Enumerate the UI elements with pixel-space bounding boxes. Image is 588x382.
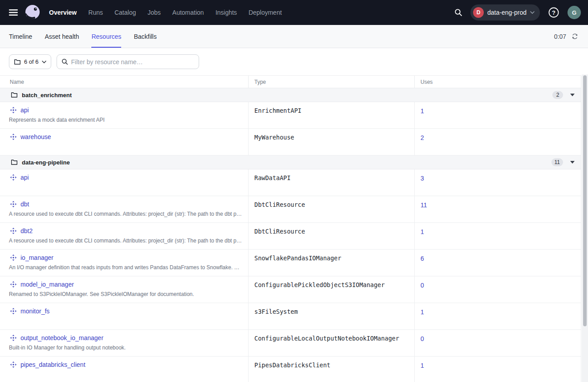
resource-icon xyxy=(10,361,17,368)
user-avatar[interactable]: G xyxy=(568,6,581,19)
resource-search-input[interactable] xyxy=(71,58,194,66)
dagster-octopus-icon xyxy=(24,4,41,21)
refresh-countdown: 0:07 xyxy=(554,33,566,40)
table-header: Name Type Uses xyxy=(0,75,581,88)
resource-name-cell: api xyxy=(0,169,248,196)
group-row[interactable]: batch_enrichment 2 xyxy=(0,88,581,102)
resource-row: io_manager An I/O manager definition tha… xyxy=(0,250,581,276)
resource-uses-link[interactable]: 11 xyxy=(421,201,427,209)
resource-name-cell: model_io_manager Renamed to S3PickleIOMa… xyxy=(0,276,248,303)
resource-description: A resource used to execute dbt CLI comma… xyxy=(0,234,248,244)
resource-name-link[interactable]: model_io_manager xyxy=(20,281,74,288)
nav-runs[interactable]: Runs xyxy=(88,9,103,16)
resource-type: DbtCliResource xyxy=(248,223,414,249)
resource-description: Renamed to S3PickleIOManager. See S3Pick… xyxy=(0,288,248,297)
nav-insights[interactable]: Insights xyxy=(216,9,237,16)
resource-name-link[interactable]: io_manager xyxy=(20,254,53,261)
deployment-initial-badge: D xyxy=(473,7,484,18)
resource-row: api RawDataAPI 3 xyxy=(0,169,581,196)
resource-uses-link[interactable]: 3 xyxy=(421,175,424,182)
refresh-icon xyxy=(572,33,578,40)
resource-name-cell: api Represents a mock data enrichment AP… xyxy=(0,102,248,128)
resource-uses-cell: 1 xyxy=(414,102,581,128)
resource-row: model_io_manager Renamed to S3PickleIOMa… xyxy=(0,276,581,303)
nav-jobs[interactable]: Jobs xyxy=(147,9,161,16)
resource-type: EnrichmentAPI xyxy=(248,102,414,128)
resource-uses-cell: 0 xyxy=(414,330,581,356)
global-search-button[interactable] xyxy=(453,7,464,18)
resource-name-cell: output_notebook_io_manager Built-in IO M… xyxy=(0,330,248,356)
group-name: batch_enrichment xyxy=(22,92,72,99)
chevron-down-icon xyxy=(42,61,46,63)
main-nav: Overview Runs Catalog Jobs Automation In… xyxy=(49,9,282,16)
resource-icon xyxy=(10,254,17,261)
resource-uses-link[interactable]: 1 xyxy=(421,308,424,316)
folder-icon xyxy=(11,91,18,99)
resource-uses-link[interactable]: 2 xyxy=(421,134,424,141)
resource-uses-cell: 1 xyxy=(414,357,581,382)
resource-row: dbt A resource used to execute dbt CLI c… xyxy=(0,196,581,223)
column-header-uses: Uses xyxy=(414,76,581,88)
nav-overview[interactable]: Overview xyxy=(49,9,77,16)
resource-name-link[interactable]: monitor_fs xyxy=(20,308,49,315)
group-row[interactable]: data-eng-pipeline 11 xyxy=(0,156,581,169)
resource-icon xyxy=(10,308,17,315)
tab-resources[interactable]: Resources xyxy=(91,25,121,48)
scrollbar-thumb[interactable] xyxy=(583,75,587,326)
resource-row: api Represents a mock data enrichment AP… xyxy=(0,102,581,129)
resource-uses-link[interactable]: 0 xyxy=(421,335,424,342)
resource-name-cell: warehouse xyxy=(0,129,248,155)
resource-icon xyxy=(10,281,17,288)
resource-search xyxy=(57,54,199,69)
resource-name-link[interactable]: output_notebook_io_manager xyxy=(20,334,103,341)
dagster-logo[interactable] xyxy=(24,4,41,21)
top-nav-bar: Overview Runs Catalog Jobs Automation In… xyxy=(0,0,588,25)
menu-icon[interactable] xyxy=(6,6,20,19)
resource-icon xyxy=(10,107,17,114)
nav-automation[interactable]: Automation xyxy=(172,9,204,16)
tab-timeline[interactable]: Timeline xyxy=(9,25,32,48)
help-button[interactable]: ? xyxy=(546,5,561,20)
resource-name-link[interactable]: dbt xyxy=(20,201,29,208)
resource-name-link[interactable]: api xyxy=(20,174,29,181)
group-filter-button[interactable]: 6 of 6 xyxy=(9,54,51,69)
resource-uses-link[interactable]: 0 xyxy=(421,282,424,289)
resource-description: An I/O manager definition that reads inp… xyxy=(0,261,248,271)
group-name: data-eng-pipeline xyxy=(22,159,70,166)
deployment-name: data-eng-prod xyxy=(487,9,527,16)
resource-uses-link[interactable]: 1 xyxy=(421,362,424,369)
vertical-scrollbar[interactable] xyxy=(582,74,588,382)
nav-catalog[interactable]: Catalog xyxy=(114,9,136,16)
resource-name-cell: pipes_databricks_client xyxy=(0,357,248,382)
resource-row: pipes_databricks_client PipesDatabricksC… xyxy=(0,357,581,382)
resource-name-link[interactable]: warehouse xyxy=(20,133,51,140)
resource-uses-link[interactable]: 6 xyxy=(421,255,424,262)
group-count-badge: 11 xyxy=(551,158,563,166)
nav-deployment[interactable]: Deployment xyxy=(249,9,282,16)
resource-name-cell: monitor_fs xyxy=(0,303,248,329)
help-icon: ? xyxy=(548,7,559,18)
resource-uses-cell: 1 xyxy=(414,303,581,329)
resource-name-link[interactable]: pipes_databricks_client xyxy=(20,361,86,368)
resource-type: MyWarehouse xyxy=(248,129,414,155)
caret-down-icon[interactable] xyxy=(570,161,575,164)
deployment-switcher[interactable]: D data-eng-prod xyxy=(470,4,540,21)
resource-name-link[interactable]: api xyxy=(20,107,29,114)
tab-backfills[interactable]: Backfills xyxy=(134,25,156,48)
tab-asset-health[interactable]: Asset health xyxy=(45,25,79,48)
resource-name-link[interactable]: dbt2 xyxy=(20,227,33,234)
resource-uses-cell: 0 xyxy=(414,276,581,303)
overview-tabs: Timeline Asset health Resources Backfill… xyxy=(9,25,157,48)
topbar-right: D data-eng-prod ? G xyxy=(453,4,581,21)
folder-icon xyxy=(14,58,21,66)
resource-row: output_notebook_io_manager Built-in IO M… xyxy=(0,330,581,357)
resource-name-cell: io_manager An I/O manager definition tha… xyxy=(0,250,248,276)
resource-type: ConfigurablePickledObjectS3IOManager xyxy=(248,276,414,303)
resource-uses-link[interactable]: 1 xyxy=(421,107,424,115)
hamburger-icon xyxy=(9,9,18,16)
resource-uses-link[interactable]: 1 xyxy=(421,228,424,235)
resource-type: DbtCliResource xyxy=(248,196,414,222)
search-icon xyxy=(454,8,462,16)
caret-down-icon[interactable] xyxy=(570,94,575,96)
refresh-button[interactable] xyxy=(571,32,579,41)
